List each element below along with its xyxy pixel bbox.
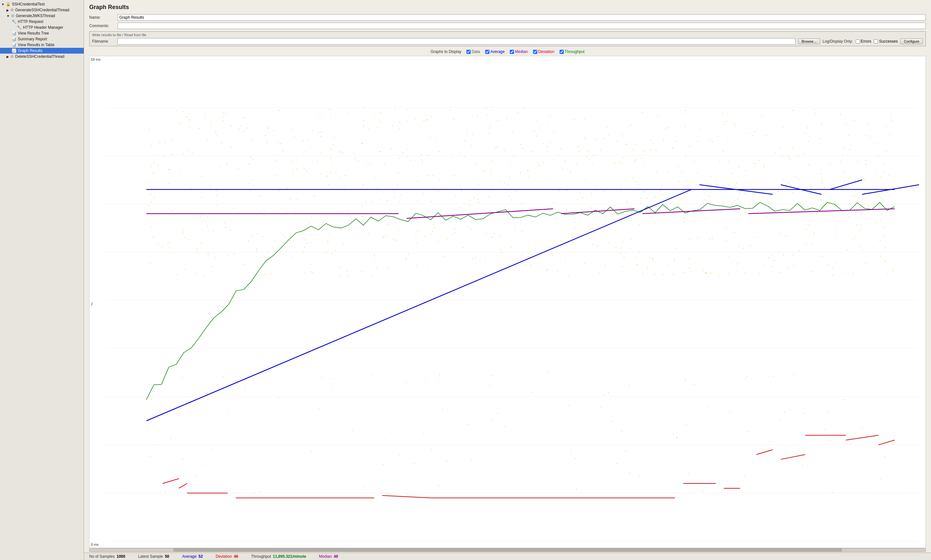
configure-button[interactable]: Configure: [900, 38, 923, 44]
sidebar-item-generatejwks[interactable]: ▼ ⚙ GenerateJWKSThread: [0, 13, 84, 19]
deviation-stat-label: Deviation: [216, 554, 232, 559]
graph-canvas: [90, 56, 925, 548]
sidebar-label: View Results Tree: [18, 31, 49, 35]
throughput-stat: Throughput 11,895.321/minute: [251, 554, 306, 559]
sidebar-item-graphresults[interactable]: 📈 Graph Results: [0, 48, 84, 54]
successes-checkbox-label[interactable]: Successes: [874, 39, 898, 44]
listener-icon: 📊: [12, 37, 17, 42]
comments-row: Comments:: [84, 22, 931, 30]
sidebar-label: GenerateJWKSThread: [16, 14, 55, 18]
status-bar: No of Samples 1000 Latest Sample 50 Aver…: [84, 552, 931, 560]
average-stat: Average 52: [182, 554, 203, 559]
sidebar-item-httpheader[interactable]: 🔧 HTTP Header Manager: [0, 25, 84, 30]
data-label: Data: [472, 49, 480, 54]
median-stat-value: 48: [333, 554, 338, 559]
no-samples-label: No of Samples: [89, 554, 115, 559]
expand-icon: ▶: [6, 55, 9, 58]
average-label: Average: [490, 49, 505, 54]
sidebar: ▼ 🔒 SSHCredentialTest ▶ ⚙ GenerateSSHCre…: [0, 0, 84, 560]
no-samples-stat: No of Samples 1000: [89, 554, 125, 559]
main-panel: Graph Results Name: Comments: Write resu…: [84, 0, 931, 560]
throughput-checkbox-label[interactable]: Throughput: [560, 49, 584, 54]
successes-checkbox[interactable]: [874, 39, 878, 44]
y-axis-top: 59 ms: [91, 57, 100, 62]
median-label: Median: [515, 49, 528, 54]
y-axis-bottom: 0 ms: [91, 543, 99, 546]
name-label: Name:: [89, 15, 115, 20]
average-stat-value: 52: [199, 554, 203, 559]
deviation-stat-value: 46: [234, 554, 238, 559]
sidebar-item-viewresultsintable[interactable]: 📊 View Results in Table: [0, 42, 84, 48]
panel-title: Graph Results: [84, 0, 931, 13]
sidebar-label: DeleteSSHCredentialThread: [15, 54, 64, 59]
deviation-checkbox[interactable]: [533, 50, 537, 54]
deviation-checkbox-label[interactable]: Deviation: [533, 49, 554, 54]
median-checkbox[interactable]: [510, 50, 514, 54]
wrench-icon: 🔧: [17, 25, 22, 30]
y-axis-mid: 2: [91, 302, 93, 306]
sidebar-item-summaryreport[interactable]: 📊 Summary Report: [0, 36, 84, 42]
latest-sample-value: 50: [165, 554, 169, 559]
expand-icon: ▼: [1, 3, 5, 6]
throughput-label: Throughput: [565, 49, 584, 54]
name-row: Name:: [84, 13, 931, 22]
comments-label: Comments:: [89, 23, 115, 28]
average-checkbox-label[interactable]: Average: [485, 49, 505, 54]
listener-icon: 📊: [12, 31, 17, 35]
latest-sample-label: Latest Sample: [138, 554, 163, 559]
graph-controls: Graphs to Display Data Average Median De…: [84, 48, 931, 56]
sidebar-label: View Results in Table: [18, 43, 55, 47]
sidebar-item-httprequest[interactable]: 🔧 HTTP Request: [0, 19, 84, 25]
sidebar-label: SSHCredentialTest: [12, 2, 45, 6]
file-section: Write results to file / Read from file F…: [89, 31, 926, 46]
scrollbar-thumb[interactable]: [173, 548, 842, 552]
sidebar-item-sshcredentialtest[interactable]: ▼ 🔒 SSHCredentialTest: [0, 1, 84, 7]
name-input[interactable]: [118, 14, 926, 21]
deviation-stat: Deviation 46: [216, 554, 238, 559]
graph-icon: 📈: [12, 48, 17, 53]
median-stat: Median 48: [319, 554, 338, 559]
sidebar-item-deletessh[interactable]: ▶ ⚙ DeleteSSHCredentialThread: [0, 54, 84, 59]
average-stat-label: Average: [182, 554, 196, 559]
deviation-label: Deviation: [538, 49, 554, 54]
sidebar-label: HTTP Request: [18, 19, 43, 24]
median-stat-label: Median: [319, 554, 332, 559]
errors-checkbox[interactable]: [856, 39, 860, 44]
comments-input[interactable]: [118, 23, 926, 29]
throughput-stat-label: Throughput: [251, 554, 271, 559]
graph-area: 59 ms 0 ms 2: [89, 56, 926, 548]
listener-icon: 📊: [12, 43, 17, 47]
sidebar-item-viewresultstree[interactable]: 📊 View Results Tree: [0, 30, 84, 36]
expand-icon: ▶: [6, 8, 9, 12]
errors-label: Errors: [861, 39, 872, 44]
log-display-label: Log/Display Only:: [823, 39, 853, 44]
filename-input[interactable]: [117, 38, 795, 45]
graphs-to-display-label: Graphs to Display: [431, 49, 461, 54]
filename-label: Filename: [92, 39, 115, 44]
sidebar-label: HTTP Header Manager: [23, 25, 63, 30]
file-row: Filename Browse... Log/Display Only: Err…: [92, 38, 923, 45]
sidebar-label: GenerateSSHCredentialThread: [15, 8, 69, 12]
no-samples-value: 1000: [117, 554, 125, 559]
gear-icon: ⚙: [10, 8, 14, 12]
median-checkbox-label[interactable]: Median: [510, 49, 528, 54]
sidebar-label: Summary Report: [18, 37, 47, 42]
gear-icon: ⚙: [10, 54, 14, 59]
http-icon: 🔧: [12, 19, 17, 24]
errors-checkbox-label[interactable]: Errors: [856, 39, 872, 44]
average-checkbox[interactable]: [485, 50, 489, 54]
scrollbar-track[interactable]: [89, 548, 926, 552]
sidebar-item-generatessh[interactable]: ▶ ⚙ GenerateSSHCredentialThread: [0, 7, 84, 13]
gear-icon: ⚙: [11, 14, 15, 18]
browse-button[interactable]: Browse...: [798, 38, 820, 44]
data-checkbox[interactable]: [466, 50, 471, 54]
file-section-title: Write results to file / Read from file: [92, 33, 923, 37]
sidebar-label: Graph Results: [18, 48, 43, 53]
throughput-checkbox[interactable]: [560, 50, 564, 54]
throughput-stat-value: 11,895.321/minute: [273, 554, 306, 559]
data-checkbox-label[interactable]: Data: [466, 49, 480, 54]
successes-label: Successes: [879, 39, 898, 44]
latest-sample-stat: Latest Sample 50: [138, 554, 169, 559]
lock-icon: 🔒: [6, 2, 11, 6]
expand-icon: ▼: [6, 14, 10, 18]
